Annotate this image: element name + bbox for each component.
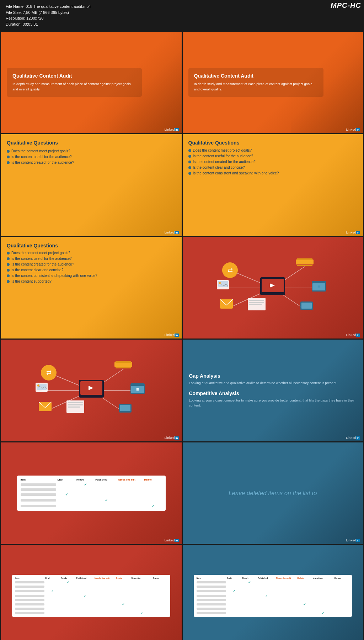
- table-cell: [21, 493, 57, 496]
- slide-1: Qualitative Content Audit In-depth study…: [1, 32, 182, 133]
- mpc-hc-logo: MPC-HC: [331, 1, 361, 10]
- table-col-published: Published: [95, 478, 117, 481]
- slide-4: Qualitative Questions Does the content m…: [183, 134, 363, 236]
- linkedin-9: Linkedin: [164, 539, 178, 542]
- svg-rect-8: [296, 259, 314, 264]
- duration: Duration: 00:03:31: [6, 21, 358, 27]
- bullet-item: Is the content clear and concise?: [7, 268, 176, 272]
- filename: File Name: 018 The qualitative content a…: [6, 4, 358, 10]
- linkedin-5: Linkedin: [164, 333, 178, 337]
- table-col-needs: Needs live edit: [118, 478, 143, 481]
- table-row: [15, 608, 167, 610]
- slide-12: Item Draft Ready Published Needs live ed…: [183, 545, 363, 640]
- linkedin-3: Linkedin: [164, 231, 178, 234]
- slide-8: Gap Analysis Looking at quantitative and…: [183, 340, 363, 441]
- bullet-item: Does the content meet project goals?: [7, 251, 176, 255]
- svg-point-53: [37, 384, 39, 387]
- table-col-delete: Delete: [144, 478, 162, 481]
- slide-2: Qualitative Content Audit In-depth study…: [183, 32, 363, 133]
- content-map-svg-6: ⇄ ☰: [205, 252, 340, 324]
- slide4-heading: Qualitative Questions: [188, 140, 358, 146]
- file-info: File Name: 018 The qualitative content a…: [3, 2, 361, 28]
- bullet-item: Does the content meet project goals?: [7, 149, 176, 153]
- table-col-draft: Draft: [57, 478, 75, 481]
- slide-9: Item Draft Ready Published Needs live ed…: [1, 442, 182, 544]
- comp-body: Looking at your closest competitor to ma…: [189, 398, 357, 408]
- slide5-heading: Qualitative Questions: [7, 243, 176, 248]
- slide-6: ⇄ ☰: [183, 237, 363, 339]
- slide5-bullets: Does the content meet project goals? Is …: [7, 251, 176, 283]
- bullet-item: Does the content meet project goals?: [188, 148, 358, 152]
- table-row: ✓: [15, 603, 167, 606]
- slide-3: Qualitative Questions Does the content m…: [1, 134, 182, 236]
- table-row: [15, 599, 167, 601]
- svg-rect-35: [114, 362, 132, 367]
- table-row: ✓: [197, 581, 349, 584]
- svg-rect-19: [249, 302, 264, 303]
- bullet-item: Is the content supported?: [7, 279, 176, 283]
- table-row: [15, 586, 167, 588]
- table-cell: [21, 499, 57, 502]
- table-cell: [21, 488, 57, 491]
- linkedin-1: Linkedin: [164, 128, 178, 131]
- table-row: ✓: [15, 581, 167, 584]
- table-row: [197, 608, 349, 610]
- table-col-item: Item: [21, 478, 57, 481]
- svg-rect-45: [68, 402, 83, 403]
- svg-rect-10: [297, 265, 312, 266]
- linkedin-6: Linkedin: [346, 333, 360, 337]
- slide1-body: In-depth study and measurement of each p…: [12, 82, 136, 92]
- table-row: ✓: [197, 589, 349, 593]
- slide-5: Qualitative Questions Does the content m…: [1, 237, 182, 339]
- bullet-item: Is the content created for the audience?: [188, 160, 358, 164]
- table-check: ✓: [95, 498, 117, 502]
- audit-table-12: Item Draft Ready Published Needs live ed…: [194, 575, 352, 617]
- slide3-bullets: Does the content meet project goals? Is …: [7, 149, 176, 164]
- svg-point-26: [219, 282, 221, 284]
- slide3-heading: Qualitative Questions: [7, 140, 176, 146]
- table-cell: [21, 505, 57, 507]
- table-row: [197, 599, 349, 601]
- content-map-svg-7: ⇄ ☰: [24, 355, 159, 426]
- slide2-body: In-depth study and measurement of each p…: [194, 82, 318, 92]
- slide-7: ⇄ ☰: [1, 340, 182, 441]
- svg-rect-47: [68, 406, 80, 408]
- resolution: Resolution: 1280x720: [6, 15, 358, 21]
- svg-text:☰: ☰: [317, 285, 320, 289]
- bullet-item: Is the content consistent and speaking w…: [188, 171, 358, 175]
- header-bar: File Name: 018 The qualitative content a…: [0, 0, 364, 31]
- slide-11: Item Draft Ready Published Needs live ed…: [1, 545, 182, 640]
- slide-10: Leave deleted items on the list to Linke…: [183, 442, 363, 544]
- table-row: ✓: [197, 594, 349, 598]
- bullet-item: Is the content useful for the audience?: [7, 155, 176, 159]
- linkedin-2: Linkedin: [346, 128, 360, 131]
- svg-rect-36: [116, 361, 131, 363]
- svg-text:⇄: ⇄: [46, 369, 51, 376]
- audit-table-9: Item Draft Ready Published Needs live ed…: [17, 476, 166, 511]
- table-row: ✓: [15, 594, 167, 598]
- bullet-item: Is the content consistent and speaking w…: [7, 274, 176, 278]
- slides-grid: Qualitative Content Audit In-depth study…: [0, 31, 364, 640]
- linkedin-10: Linkedin: [346, 539, 360, 542]
- slide4-bullets: Does the content meet project goals? Is …: [188, 148, 358, 175]
- leave-deleted-text: Leave deleted items on the list to: [229, 490, 317, 497]
- filesize: File Size: 7,50 MB (7 866 365 bytes): [6, 10, 358, 16]
- bullet-item: Is the content clear and concise?: [188, 166, 358, 169]
- bullet-item: Is the content useful for the audience?: [7, 257, 176, 261]
- table-row: [197, 586, 349, 588]
- linkedin-7: Linkedin: [164, 436, 178, 440]
- slide1-title: Qualitative Content Audit: [12, 73, 136, 79]
- table-row: ✓: [197, 603, 349, 606]
- svg-rect-20: [249, 304, 262, 305]
- audit-table-11: Item Draft Ready Published Needs live ed…: [12, 575, 170, 617]
- bullet-item: Is the content useful for the audience?: [188, 154, 358, 158]
- table-check: ✓: [76, 483, 94, 487]
- table-row: ✓: [15, 611, 167, 615]
- svg-text:⇄: ⇄: [228, 267, 233, 274]
- table-row: ✓: [197, 611, 349, 615]
- table-row: ✓: [15, 589, 167, 593]
- svg-rect-50: [120, 405, 130, 411]
- comp-title: Competitive Analysis: [189, 390, 357, 396]
- svg-rect-23: [301, 303, 312, 309]
- linkedin-8: Linkedin: [346, 436, 360, 440]
